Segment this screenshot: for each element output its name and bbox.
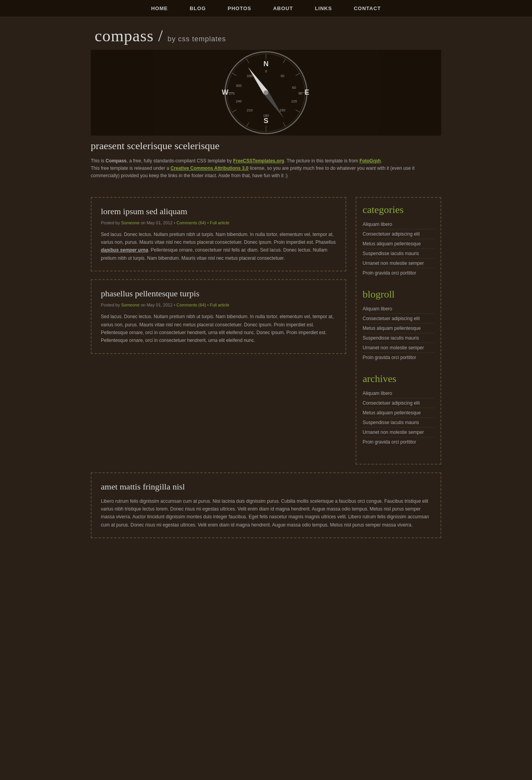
blogroll-link-3[interactable]: Metus aliquam pellentesque bbox=[363, 326, 421, 331]
article-2-meta: Posted by Someone on May 01, 2012 • Comm… bbox=[101, 303, 336, 307]
intro-text-1: This is bbox=[91, 158, 106, 164]
svg-text:210: 210 bbox=[247, 108, 252, 112]
list-item: Proin gravida orci porttitor bbox=[363, 353, 434, 362]
full-article-heading: amet mattis fringilla nisl bbox=[101, 482, 431, 492]
archives-heading: archives bbox=[363, 373, 434, 385]
list-item: Metus aliquam pellentesque bbox=[363, 324, 434, 333]
blogroll-section: blogroll Aliquam libero Consectetuer adi… bbox=[363, 289, 434, 362]
intro-freecss-link[interactable]: FreeCSSTemplates.org bbox=[233, 158, 284, 164]
nav-photos[interactable]: PHOTOS bbox=[217, 0, 262, 17]
nav-home[interactable]: HOME bbox=[140, 0, 179, 17]
blogroll-link-2[interactable]: Consectetuer adipiscing elit bbox=[363, 316, 420, 321]
intro-text: This is Compass, a free, fully standards… bbox=[91, 157, 441, 180]
intro-cc-link[interactable]: Creative Commons Attributions 3.0 bbox=[171, 166, 248, 171]
categories-heading: categories bbox=[363, 204, 434, 216]
list-item: Proin gravida orci porttitor bbox=[363, 437, 434, 447]
svg-text:150: 150 bbox=[279, 108, 285, 112]
hero-image: N S E W 0 30 60 90 120 150 180 210 240 2… bbox=[91, 50, 441, 136]
archives-link-1[interactable]: Aliquam libero bbox=[363, 391, 392, 396]
meta-on-2: on May 01, 2012 • bbox=[139, 303, 176, 307]
svg-text:S: S bbox=[264, 117, 268, 125]
list-item: Aliquam libero bbox=[363, 220, 434, 229]
article-1-full[interactable]: Full article bbox=[210, 220, 229, 225]
full-article-body: Libero rutrum felis dignissim accumsan c… bbox=[101, 497, 431, 529]
nav-about[interactable]: ABOUT bbox=[262, 0, 304, 17]
svg-text:90: 90 bbox=[298, 92, 302, 95]
category-link-4[interactable]: Suspendisse iaculis mauris bbox=[363, 251, 419, 256]
archives-link-3[interactable]: Metus aliquam pellentesque bbox=[363, 410, 421, 416]
category-link-1[interactable]: Aliquam libero bbox=[363, 222, 392, 227]
article-1-heading: lorem ipsum sed aliquam bbox=[101, 206, 336, 217]
intro-text-4: . bbox=[381, 158, 382, 164]
category-link-3[interactable]: Metus aliquam pellentesque bbox=[363, 241, 421, 247]
blogroll-link-4[interactable]: Suspendisse iaculis mauris bbox=[363, 335, 419, 341]
svg-text:W: W bbox=[222, 88, 229, 96]
svg-text:300: 300 bbox=[236, 84, 241, 88]
svg-text:60: 60 bbox=[292, 86, 296, 90]
svg-text:270: 270 bbox=[229, 92, 234, 95]
intro-text-5: This free template is released under a bbox=[91, 166, 171, 171]
categories-section: categories Aliquam libero Consectetuer a… bbox=[363, 204, 434, 278]
list-item: Metus aliquam pellentesque bbox=[363, 239, 434, 249]
article-2-author[interactable]: Someone bbox=[121, 303, 139, 307]
article-1-body-bold: dapibus semper urna bbox=[101, 247, 148, 253]
article-2-heading: phasellus pellentesque turpis bbox=[101, 289, 336, 299]
archives-link-2[interactable]: Consectetuer adipiscing elit bbox=[363, 400, 420, 406]
svg-text:30: 30 bbox=[280, 74, 284, 78]
main-layout: lorem ipsum sed aliquam Posted by Someon… bbox=[91, 188, 441, 465]
article-1: lorem ipsum sed aliquam Posted by Someon… bbox=[91, 197, 346, 272]
intro-brand: Compass bbox=[106, 158, 127, 164]
archives-section: archives Aliquam libero Consectetuer adi… bbox=[363, 373, 434, 447]
site-header: compass / by css templates bbox=[91, 17, 441, 45]
article-2-comments[interactable]: Comments (64) bbox=[176, 303, 206, 307]
list-item: Suspendisse iaculis mauris bbox=[363, 249, 434, 259]
article-1-body: Sed lacus. Donec lectus. Nullam pretium … bbox=[101, 231, 336, 262]
svg-point-21 bbox=[264, 90, 268, 95]
svg-rect-34 bbox=[91, 50, 153, 136]
list-item: Consectetuer adipiscing elit bbox=[363, 229, 434, 239]
svg-text:0: 0 bbox=[265, 69, 267, 73]
site-title: compass / by css templates bbox=[95, 26, 441, 45]
meta-on-1: on May 01, 2012 • bbox=[139, 220, 176, 225]
blogroll-link-5[interactable]: Urnanet non molestie semper bbox=[363, 345, 424, 350]
categories-list: Aliquam libero Consectetuer adipiscing e… bbox=[363, 220, 434, 278]
list-item: Aliquam libero bbox=[363, 389, 434, 398]
full-width-section: amet mattis fringilla nisl Libero rutrum… bbox=[91, 472, 441, 539]
sidebar-box: categories Aliquam libero Consectetuer a… bbox=[356, 197, 441, 465]
list-item: Consectetuer adipiscing elit bbox=[363, 314, 434, 324]
article-2-body: Sed lacus. Donec lectus. Nullam pretium … bbox=[101, 313, 336, 345]
main-navigation: HOME BLOG PHOTOS ABOUT LINKS CONTACT bbox=[0, 0, 532, 17]
list-item: Metus aliquam pellentesque bbox=[363, 408, 434, 418]
blogroll-link-6[interactable]: Proin gravida orci porttitor bbox=[363, 355, 416, 360]
category-link-5[interactable]: Urnanet non molestie semper bbox=[363, 261, 424, 266]
intro-section: praesent scelerisque scelerisque This is… bbox=[91, 136, 441, 188]
site-title-text: compass / bbox=[95, 27, 163, 45]
svg-text:330: 330 bbox=[247, 74, 252, 78]
content-area: lorem ipsum sed aliquam Posted by Someon… bbox=[91, 197, 346, 465]
archives-link-4[interactable]: Suspendisse iaculis mauris bbox=[363, 420, 419, 425]
blogroll-link-1[interactable]: Aliquam libero bbox=[363, 306, 392, 312]
meta-posted-2: Posted by bbox=[101, 303, 121, 307]
nav-contact[interactable]: CONTACT bbox=[343, 0, 392, 17]
svg-text:120: 120 bbox=[291, 99, 297, 103]
list-item: Urnanet non molestie semper bbox=[363, 343, 434, 353]
intro-heading: praesent scelerisque scelerisque bbox=[91, 140, 441, 152]
article-2-full[interactable]: Full article bbox=[210, 303, 229, 307]
archives-link-5[interactable]: Urnanet non molestie semper bbox=[363, 430, 424, 435]
archives-link-6[interactable]: Proin gravida orci porttitor bbox=[363, 439, 416, 445]
svg-text:E: E bbox=[305, 88, 309, 96]
intro-fotogrph-link[interactable]: FotoGrph bbox=[359, 158, 381, 164]
article-1-comments[interactable]: Comments (64) bbox=[176, 220, 206, 225]
list-item: Consectetuer adipiscing elit bbox=[363, 398, 434, 408]
category-link-6[interactable]: Proin gravida orci porttitor bbox=[363, 270, 416, 276]
blogroll-heading: blogroll bbox=[363, 289, 434, 300]
list-item: Aliquam libero bbox=[363, 304, 434, 314]
article-1-author[interactable]: Someone bbox=[121, 220, 139, 225]
intro-text-2: , a free, fully standards-compliant CSS … bbox=[127, 158, 233, 164]
nav-links[interactable]: LINKS bbox=[304, 0, 343, 17]
nav-blog[interactable]: BLOG bbox=[179, 0, 217, 17]
list-item: Urnanet non molestie semper bbox=[363, 428, 434, 437]
category-link-2[interactable]: Consectetuer adipiscing elit bbox=[363, 231, 420, 237]
list-item: Proin gravida orci porttitor bbox=[363, 268, 434, 278]
meta-posted-1: Posted by bbox=[101, 220, 121, 225]
